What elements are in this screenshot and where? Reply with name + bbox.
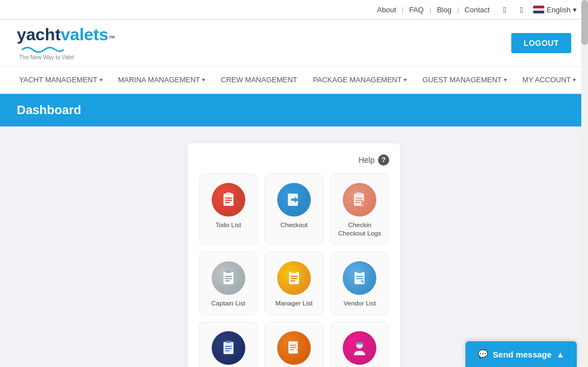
scrollbar-thumb[interactable] xyxy=(581,0,588,45)
send-message-icon: 💬 xyxy=(478,349,488,359)
grid-item-vessel-service-request-list[interactable]: Vessel Service Request List xyxy=(264,322,323,367)
grid-item-vendor-list[interactable]: Vendor List xyxy=(330,252,389,315)
logo-valets-text: valets xyxy=(60,25,108,44)
social-icons:   xyxy=(498,3,528,16)
grid-items: Todo ListCheckoutCheckin Checkout LogsCa… xyxy=(199,173,389,367)
nav-item-package-management[interactable]: PACKAGE MANAGEMENT ▾ xyxy=(305,67,415,93)
logout-button[interactable]: LOGOUT xyxy=(511,33,571,53)
nav-caret-icon: ▾ xyxy=(573,77,576,83)
header: yachtvalets™ The New Way to Valet LOGOUT xyxy=(0,20,588,67)
grid-item-checkin-checkout-logs[interactable]: Checkin Checkout Logs xyxy=(330,173,389,245)
grid-item-icon xyxy=(212,261,245,295)
blog-link[interactable]: Blog xyxy=(437,6,451,14)
svg-rect-18 xyxy=(291,271,297,273)
logo-wave-icon xyxy=(19,44,64,54)
logo-tm: ™ xyxy=(108,34,115,42)
about-link[interactable]: About xyxy=(377,6,396,14)
grid-item-icon xyxy=(277,331,311,365)
nav-item-marina-management[interactable]: MARINA MANAGEMENT ▾ xyxy=(110,67,213,93)
grid-item-crew-staff-list[interactable]: Crew Staff List xyxy=(330,322,389,367)
grid-item-icon xyxy=(212,331,245,365)
help-label: Help xyxy=(358,156,375,164)
grid-item-label: Checkin Checkout Logs xyxy=(335,221,384,238)
grid-item-captain-list[interactable]: Captain List xyxy=(199,252,258,315)
svg-rect-23 xyxy=(357,271,362,273)
grid-item-label: Manager List xyxy=(276,299,312,308)
svg-rect-27 xyxy=(226,341,231,343)
send-message-label: Send message xyxy=(493,350,552,359)
nav-item-yacht-management[interactable]: YACHT MANAGEMENT ▾ xyxy=(11,67,110,93)
grid-item-label: Captain List xyxy=(211,299,245,308)
nav-caret-icon: ▾ xyxy=(202,77,205,83)
grid-item-label: Vendor List xyxy=(344,299,376,308)
grid-item-icon xyxy=(343,331,376,365)
nav-caret-icon: ▾ xyxy=(404,77,407,83)
svg-rect-7 xyxy=(356,192,362,195)
top-bar: About | FAQ | Blog | Contact   English… xyxy=(0,0,588,20)
nav-caret-icon: ▾ xyxy=(100,77,102,83)
faq-link[interactable]: FAQ xyxy=(409,6,424,14)
send-message-caret-icon: ▲ xyxy=(556,350,564,359)
nav-bar: YACHT MANAGEMENT ▾MARINA MANAGEMENT ▾CRE… xyxy=(0,67,588,94)
svg-rect-36 xyxy=(356,343,363,345)
facebook-icon[interactable]:  xyxy=(498,3,511,16)
help-icon[interactable]: ? xyxy=(378,154,389,166)
svg-rect-37 xyxy=(357,342,362,343)
grid-item-todo-list[interactable]: Todo List xyxy=(199,173,258,245)
svg-rect-13 xyxy=(226,271,231,273)
grid-item-label: Todo List xyxy=(216,221,241,229)
nav-caret-icon: ▾ xyxy=(504,77,507,83)
grid-item-icon xyxy=(277,261,311,295)
flag-icon xyxy=(533,6,544,13)
dashboard-card: Help ? Todo ListCheckoutCheckin Checkout… xyxy=(188,143,400,367)
dashboard-title: Dashboard xyxy=(17,103,81,117)
nav-item-my-account[interactable]: MY ACCOUNT ▾ xyxy=(515,67,584,93)
contact-link[interactable]: Contact xyxy=(465,6,490,14)
nav-item-crew-management[interactable]: CREW MANAGEMENT xyxy=(213,67,305,93)
logo: yachtvalets™ The New Way to Valet xyxy=(17,25,115,60)
grid-item-vessel-listing[interactable]: Vessel Listing xyxy=(199,322,258,367)
lang-caret-icon: ▾ xyxy=(573,6,577,14)
grid-item-icon xyxy=(343,183,376,217)
nav-item-guest-management[interactable]: GUEST MANAGEMENT ▾ xyxy=(414,67,514,93)
grid-item-manager-list[interactable]: Manager List xyxy=(264,252,323,315)
grid-item-icon xyxy=(343,261,376,295)
main-content: Help ? Todo ListCheckoutCheckin Checkout… xyxy=(0,126,588,367)
logo-main: yachtvalets™ xyxy=(17,25,115,44)
logo-yacht-text: yacht xyxy=(17,25,60,44)
grid-item-checkout[interactable]: Checkout xyxy=(264,173,323,245)
language-selector[interactable]: English ▾ xyxy=(533,6,577,14)
twitter-icon[interactable]:  xyxy=(515,3,528,16)
dashboard-banner: Dashboard xyxy=(0,94,588,126)
help-row: Help ? xyxy=(199,154,389,166)
grid-item-icon xyxy=(277,183,311,217)
send-message-button[interactable]: 💬 Send message ▲ xyxy=(465,341,577,367)
svg-rect-1 xyxy=(226,192,231,195)
scrollbar[interactable] xyxy=(581,0,588,367)
sep2: | xyxy=(430,6,431,14)
grid-item-icon xyxy=(212,183,245,217)
svg-rect-11 xyxy=(361,201,365,205)
sep3: | xyxy=(457,6,459,14)
sep1: | xyxy=(402,6,403,14)
logo-tagline: The New Way to Valet xyxy=(19,54,115,60)
grid-item-label: Checkout xyxy=(281,221,308,229)
language-label: English xyxy=(547,6,571,14)
